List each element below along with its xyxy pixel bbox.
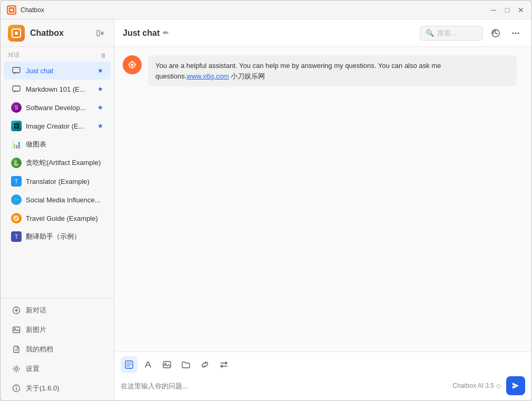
app-icon — [7, 5, 16, 15]
chart-icon: 📊 — [11, 139, 22, 150]
chat-input[interactable] — [121, 378, 447, 393]
svg-point-26 — [518, 32, 519, 34]
star-icon: ★ — [97, 67, 103, 74]
sidebar-items-list: Just chat ★ Markdown 101 (E... ★ — [1, 61, 114, 298]
sidebar-item-label: Travel Guide (Example) — [26, 214, 103, 222]
settings-icon — [11, 364, 22, 374]
sidebar-header: Chatbox — [1, 19, 114, 47]
sidebar-item-label: Translator (Example) — [26, 178, 103, 185]
sidebar-item-label: 做图表 — [26, 140, 103, 149]
settings-button[interactable]: 设置 — [4, 359, 111, 378]
input-row: Chatbox AI 3.5 ◇ — [114, 373, 531, 400]
history-button[interactable] — [488, 26, 503, 41]
new-image-label: 新图片 — [26, 325, 46, 335]
sidebar-item-label: Software Develop... — [26, 104, 95, 112]
prompt-button[interactable] — [121, 356, 137, 373]
system-avatar — [123, 55, 142, 74]
sidebar-item-markdown[interactable]: Markdown 101 (E... ★ — [4, 80, 111, 98]
sidebar-item-image-creator[interactable]: 🖼 Image Creator (E... ★ — [4, 117, 111, 135]
search-placeholder: 搜索... — [437, 28, 457, 38]
svg-rect-15 — [13, 327, 20, 333]
maximize-button[interactable]: □ — [503, 6, 511, 14]
messages-list: You are a helpful assistant. You can hel… — [114, 47, 531, 351]
svg-point-19 — [15, 368, 18, 370]
sidebar-section: 对话 🗑 — [1, 47, 114, 61]
new-image-button[interactable]: 新图片 — [4, 320, 111, 339]
svg-point-2 — [11, 8, 13, 11]
app-window: Chatbox ─ □ ✕ Chatbox — [0, 0, 532, 401]
star-icon: ★ — [97, 104, 103, 111]
svg-rect-10 — [13, 67, 20, 73]
svg-rect-39 — [163, 361, 171, 368]
chat-title: Just chat ✏ — [123, 28, 420, 38]
message-system: You are a helpful assistant. You can hel… — [123, 55, 523, 86]
chat-header: Just chat ✏ 🔍 搜索... — [114, 19, 531, 47]
travel-avatar: 🧭 — [11, 213, 22, 223]
folder-button[interactable] — [178, 356, 194, 373]
clear-button[interactable] — [140, 356, 156, 373]
close-button[interactable]: ✕ — [517, 6, 525, 14]
sidebar-logo — [8, 25, 25, 42]
search-box[interactable]: 🔍 搜索... — [420, 26, 483, 41]
settings-label: 设置 — [26, 364, 40, 374]
link-button[interactable] — [196, 356, 213, 373]
sidebar: Chatbox 对话 🗑 — [1, 19, 114, 400]
chat-icon — [11, 65, 22, 76]
message-content: You are a helpful assistant. You can hel… — [148, 55, 517, 86]
my-docs-icon — [11, 344, 22, 355]
software-avatar: S — [11, 102, 22, 113]
transform-button[interactable] — [215, 356, 232, 373]
svg-point-25 — [515, 32, 517, 34]
sidebar-bottom: 新对话 新图片 — [1, 298, 114, 400]
new-chat-button[interactable]: 新对话 — [4, 301, 111, 320]
sidebar-item-translator[interactable]: T Translator (Example) — [4, 172, 111, 190]
svg-point-24 — [513, 32, 514, 34]
sidebar-item-label: Social Media Influence... — [26, 196, 103, 204]
svg-point-16 — [14, 328, 16, 330]
sidebar-item-travel[interactable]: 🧭 Travel Guide (Example) — [4, 209, 111, 227]
titlebar: Chatbox ─ □ ✕ — [1, 1, 531, 19]
sidebar-collapse-button[interactable] — [94, 27, 106, 40]
input-area: Chatbox AI 3.5 ◇ — [114, 351, 531, 400]
chat-area: Just chat ✏ 🔍 搜索... — [114, 19, 531, 400]
translator-avatar: T — [11, 176, 22, 187]
sidebar-app-name: Chatbox — [30, 28, 94, 38]
social-avatar: 🐦 — [11, 194, 22, 205]
message-link[interactable]: www.x6g.com — [186, 72, 229, 80]
svg-point-29 — [131, 64, 134, 66]
svg-point-22 — [16, 386, 17, 387]
edit-title-button[interactable]: ✏ — [163, 29, 169, 37]
search-icon: 🔍 — [426, 29, 434, 37]
sidebar-item-just-chat[interactable]: Just chat ★ — [4, 62, 111, 80]
star-icon: ★ — [97, 85, 103, 93]
about-label: 关于(1.6.0) — [26, 384, 60, 393]
send-button[interactable] — [506, 376, 525, 395]
star-icon: ★ — [97, 122, 103, 130]
sidebar-item-chart[interactable]: 📊 做图表 — [4, 135, 111, 153]
sidebar-item-label: Markdown 101 (E... — [26, 85, 95, 93]
chat-icon — [11, 84, 22, 94]
about-button[interactable]: 关于(1.6.0) — [4, 379, 111, 398]
image-button[interactable] — [159, 356, 175, 373]
sidebar-item-translate-helper[interactable]: T 翻译助手（示例） — [4, 228, 111, 246]
input-toolbar — [114, 352, 531, 373]
my-docs-button[interactable]: 我的档档 — [4, 340, 111, 359]
svg-point-5 — [15, 32, 18, 35]
titlebar-controls: ─ □ ✕ — [489, 6, 525, 14]
titlebar-title: Chatbox — [21, 6, 489, 14]
sidebar-item-snake[interactable]: 🐍 贪吃蛇(Artifact Example) — [4, 154, 111, 172]
translate2-avatar: T — [11, 231, 22, 242]
main-content: Chatbox 对话 🗑 — [1, 19, 531, 400]
minimize-button[interactable]: ─ — [489, 6, 498, 14]
sidebar-item-software[interactable]: S Software Develop... ★ — [4, 99, 111, 116]
snake-avatar: 🐍 — [11, 158, 22, 168]
model-selector[interactable]: Chatbox AI 3.5 ◇ — [452, 382, 501, 389]
svg-rect-6 — [97, 31, 100, 36]
image-creator-avatar: 🖼 — [11, 121, 22, 131]
new-image-icon — [11, 325, 22, 335]
sidebar-item-label: Just chat — [26, 67, 95, 75]
new-chat-icon — [11, 305, 22, 316]
sidebar-item-social[interactable]: 🐦 Social Media Influence... — [4, 191, 111, 209]
about-icon — [11, 383, 22, 394]
more-options-button[interactable] — [508, 26, 523, 41]
